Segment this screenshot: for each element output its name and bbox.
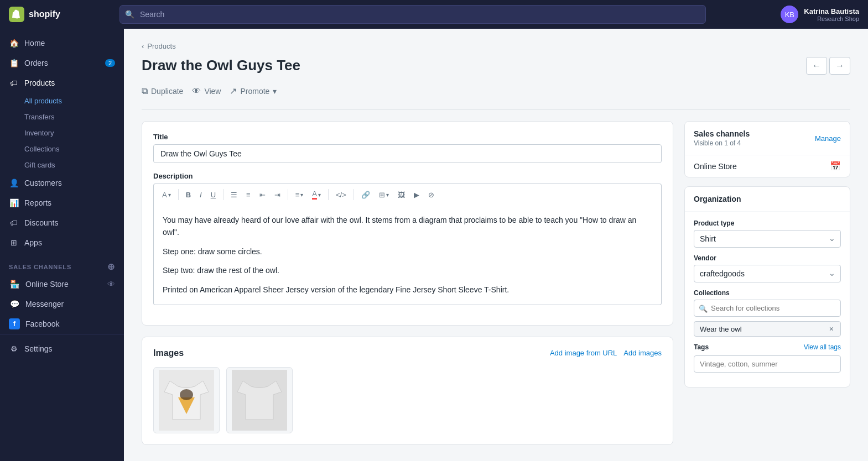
- view-label: View: [204, 87, 221, 96]
- toolbar-divider-2: [223, 189, 224, 200]
- sidebar-item-customers[interactable]: 👤 Customers: [0, 173, 124, 193]
- italic-button[interactable]: I: [196, 188, 206, 201]
- title-input[interactable]: [153, 144, 662, 163]
- sidebar-channel-facebook[interactable]: f Facebook: [0, 314, 124, 334]
- duplicate-icon: ⧉: [142, 86, 148, 96]
- org-body: Product type Shirt Vendor cr: [685, 212, 850, 387]
- format-label: A: [162, 191, 167, 199]
- page-title: Draw the Owl Guys Tee: [142, 57, 300, 74]
- remove-collection-button[interactable]: ×: [828, 324, 835, 333]
- products-icon: 🏷: [9, 78, 19, 88]
- content-grid: Title Description A ▾ B: [142, 121, 850, 445]
- align-button[interactable]: ≡ ▾: [292, 188, 308, 201]
- right-column: Sales channels Visible on 1 of 4 Manage …: [684, 121, 850, 445]
- sidebar-item-home[interactable]: 🏠 Home: [0, 33, 124, 53]
- sidebar-sub-collections[interactable]: Collections: [0, 141, 124, 157]
- add-image-url-link[interactable]: Add image from URL: [550, 349, 617, 357]
- sidebar-item-orders[interactable]: 📋 Orders 2: [0, 53, 124, 73]
- outdent-button[interactable]: ⇤: [256, 188, 269, 201]
- breadcrumb[interactable]: ‹ Products: [142, 42, 850, 50]
- action-bar: ⧉ Duplicate 👁 View ↗ Promote ▾: [142, 83, 850, 98]
- sidebar-item-discounts[interactable]: 🏷 Discounts: [0, 213, 124, 233]
- prev-product-button[interactable]: ←: [806, 57, 827, 75]
- bold-button[interactable]: B: [182, 188, 195, 201]
- home-icon: 🏠: [9, 38, 19, 48]
- user-menu[interactable]: KB Katrina Bautista Research Shop: [781, 6, 859, 23]
- manage-link[interactable]: Manage: [815, 134, 841, 143]
- sales-channels-card: Sales channels Visible on 1 of 4 Manage …: [684, 121, 850, 177]
- table-button[interactable]: ⊞ ▾: [375, 188, 393, 201]
- toolbar-divider-5: [354, 189, 354, 200]
- duplicate-button[interactable]: ⧉ Duplicate: [142, 84, 183, 98]
- sidebar-item-settings[interactable]: ⚙ Settings: [0, 339, 124, 359]
- format-chevron-icon: ▾: [168, 192, 171, 198]
- tags-field: Tags View all tags: [694, 343, 841, 373]
- store-icon: 🏪: [9, 279, 20, 290]
- image-button[interactable]: 🖼: [394, 188, 409, 201]
- add-images-link[interactable]: Add images: [623, 349, 662, 357]
- promote-button[interactable]: ↗ Promote ▾: [230, 83, 277, 98]
- product-image-1[interactable]: [153, 367, 220, 433]
- search-bar: 🔍: [119, 5, 706, 24]
- user-shop: Research Shop: [804, 15, 859, 22]
- description-field-group: Description A ▾ B I U ☰: [153, 172, 662, 305]
- user-name: Katrina Bautista: [804, 7, 859, 15]
- logo[interactable]: shopify: [9, 7, 119, 22]
- sidebar-sub-gift-cards[interactable]: Gift cards: [0, 157, 124, 173]
- sidebar-item-label: Apps: [24, 238, 42, 247]
- video-button[interactable]: ▶: [410, 188, 423, 201]
- indent-button[interactable]: ⇥: [271, 188, 284, 201]
- product-type-select[interactable]: Shirt: [694, 230, 841, 248]
- sidebar-item-reports[interactable]: 📊 Reports: [0, 193, 124, 213]
- sidebar-item-label: Home: [24, 39, 45, 48]
- sidebar-sub-inventory[interactable]: Inventory: [0, 125, 124, 141]
- images-header: Images Add image from URL Add images: [153, 348, 662, 358]
- topbar: shopify 🔍 KB Katrina Bautista Research S…: [0, 0, 868, 29]
- add-channel-icon[interactable]: ⊕: [107, 261, 115, 272]
- product-image-2[interactable]: [226, 367, 293, 433]
- sidebar-item-products[interactable]: 🏷 Products: [0, 73, 124, 93]
- sidebar: 🏠 Home 📋 Orders 2 🏷 Products All product…: [0, 29, 124, 461]
- sales-channels-section: SALES CHANNELS ⊕: [0, 253, 124, 274]
- sidebar-item-apps[interactable]: ⊞ Apps: [0, 233, 124, 253]
- sidebar-channel-messenger[interactable]: 💬 Messenger: [0, 294, 124, 314]
- source-button[interactable]: </>: [332, 188, 350, 201]
- sidebar-item-label: Reports: [24, 198, 51, 207]
- ul-button[interactable]: ☰: [227, 188, 241, 201]
- tags-header: Tags View all tags: [694, 343, 841, 351]
- description-editor[interactable]: You may have already heard of our love a…: [153, 205, 662, 305]
- view-icon: 👁: [192, 86, 201, 96]
- title-card: Title Description A ▾ B: [142, 121, 673, 326]
- breadcrumb-label: Products: [147, 42, 175, 50]
- page-navigation: ← →: [806, 57, 850, 75]
- vendor-select[interactable]: craftedgoods: [694, 265, 841, 282]
- page-header: Draw the Owl Guys Tee ← →: [142, 57, 850, 75]
- sidebar-channel-online-store[interactable]: 🏪 Online Store 👁: [0, 274, 124, 294]
- tags-input[interactable]: [694, 355, 841, 373]
- sidebar-sub-all-products[interactable]: All products: [0, 93, 124, 109]
- underline-button[interactable]: U: [207, 188, 220, 201]
- view-all-tags-link[interactable]: View all tags: [804, 343, 841, 351]
- clear-button[interactable]: ⊘: [424, 188, 438, 201]
- tags-label: Tags: [694, 343, 709, 351]
- collections-search-input[interactable]: [694, 300, 841, 317]
- discounts-icon: 🏷: [9, 218, 19, 228]
- color-button[interactable]: A ▾: [308, 187, 325, 202]
- search-input[interactable]: [119, 5, 706, 24]
- ol-button[interactable]: ≡: [242, 188, 254, 201]
- next-product-button[interactable]: →: [829, 57, 850, 75]
- org-header: Organization: [685, 187, 850, 212]
- eye-icon: 👁: [107, 280, 115, 289]
- messenger-icon: 💬: [9, 298, 20, 310]
- sidebar-item-label: Settings: [24, 344, 53, 353]
- vendor-field: Vendor craftedgoods: [694, 254, 841, 282]
- description-p2: Step one: draw some circles.: [163, 245, 652, 258]
- channel-row-online-store: Online Store 📅: [685, 155, 850, 177]
- images-grid: [153, 367, 662, 433]
- format-button[interactable]: A ▾: [158, 188, 175, 201]
- user-info: Katrina Bautista Research Shop: [804, 7, 859, 22]
- view-button[interactable]: 👁 View: [192, 84, 221, 98]
- link-button[interactable]: 🔗: [357, 188, 374, 201]
- sidebar-sub-transfers[interactable]: Transfers: [0, 109, 124, 125]
- calendar-icon[interactable]: 📅: [830, 161, 841, 171]
